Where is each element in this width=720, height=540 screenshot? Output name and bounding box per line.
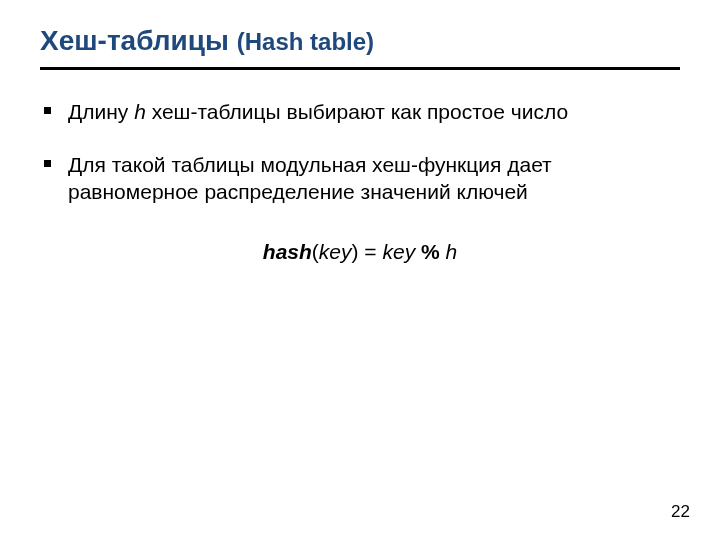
equals: = (359, 240, 383, 263)
page-number: 22 (671, 502, 690, 522)
content: Длину h хеш-таблицы выбирают как простое… (40, 98, 680, 264)
title-rule (40, 67, 680, 70)
list-item: Для такой таблицы модульная хеш-функция … (40, 151, 680, 206)
bullet-icon (44, 160, 51, 167)
bullet-icon (44, 107, 51, 114)
title-main: Хеш-таблицы (40, 25, 229, 56)
rhs-key: key (382, 240, 415, 263)
bullet-list: Длину h хеш-таблицы выбирают как простое… (40, 98, 680, 206)
bullet-text-pre: Длину (68, 100, 134, 123)
var-h: h (134, 100, 146, 123)
arg-key: key (319, 240, 352, 263)
paren-close: ) (352, 240, 359, 263)
title-sub: (Hash table) (237, 28, 374, 55)
paren-open: ( (312, 240, 319, 263)
list-item: Длину h хеш-таблицы выбирают как простое… (40, 98, 680, 125)
slide: Хеш-таблицы (Hash table) Длину h хеш-таб… (0, 0, 720, 264)
hash-formula: hash(key) = key % h (40, 240, 680, 264)
rhs-h: h (445, 240, 457, 263)
fn-name: hash (263, 240, 312, 263)
bullet-text: Для такой таблицы модульная хеш-функция … (68, 153, 552, 203)
mod-op: % (415, 240, 445, 263)
slide-title: Хеш-таблицы (Hash table) (40, 26, 680, 57)
bullet-text-post: хеш-таблицы выбирают как простое число (146, 100, 568, 123)
